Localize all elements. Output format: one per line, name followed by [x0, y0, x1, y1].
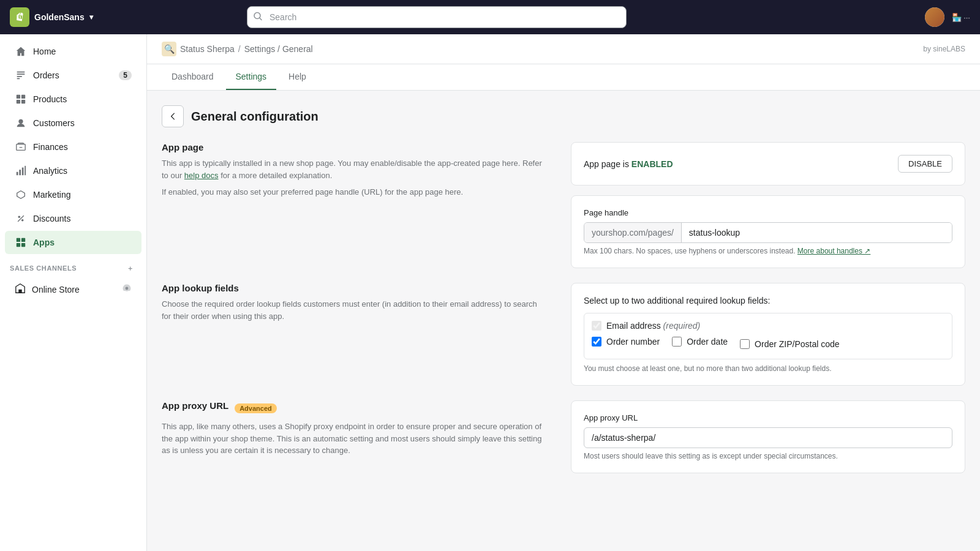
search-icon: [253, 12, 263, 23]
shopify-logo-icon: [10, 7, 29, 27]
order-date-checkbox[interactable]: [672, 337, 682, 347]
marketing-icon: [15, 189, 27, 201]
avatar: [925, 7, 944, 27]
sidebar-products-label: Products: [33, 94, 67, 104]
more-about-handles-link[interactable]: More about handles ↗: [797, 247, 870, 255]
app-proxy-title: App proxy URL: [162, 400, 228, 411]
top-bar-store-text: 🏪 ···: [952, 13, 970, 22]
order-date-label: Order date: [687, 337, 728, 347]
sidebar-item-orders[interactable]: Orders 5: [5, 64, 141, 87]
svg-rect-8: [19, 170, 21, 175]
sidebar-item-finances[interactable]: Finances: [5, 135, 141, 159]
back-button[interactable]: [162, 105, 184, 127]
online-store-icon: [15, 283, 26, 296]
app-page-description: App page This app is typically installed…: [162, 142, 556, 268]
app-proxy-title-row: App proxy URL Advanced: [162, 400, 546, 416]
additional-checkboxes-row: Order number Order date Order ZIP/Postal…: [592, 337, 944, 351]
sidebar-item-products[interactable]: Products: [5, 88, 141, 111]
page-title-row: General configuration: [162, 105, 965, 127]
sales-channels-section-label: SALES CHANNELS ＋: [0, 255, 146, 277]
svg-point-11: [18, 216, 21, 219]
app-page-status-row: App page is ENABLED DISABLE: [584, 155, 952, 173]
page-title: General configuration: [191, 110, 318, 124]
breadcrumb-path: Settings / General: [244, 44, 313, 54]
sidebar-item-apps[interactable]: Apps: [5, 231, 141, 254]
products-icon: [15, 93, 27, 105]
orders-icon: [15, 69, 27, 81]
app-page-section: App page This app is typically installed…: [162, 142, 965, 268]
checkbox-order-zip: Order ZIP/Postal code: [740, 339, 840, 349]
sidebar-item-analytics[interactable]: Analytics: [5, 159, 141, 182]
lookup-fields-box: Email address (required) Order number Or…: [584, 313, 952, 359]
breadcrumb-sep: /: [238, 44, 241, 54]
svg-rect-3: [17, 100, 20, 103]
page-handle-input[interactable]: [682, 223, 952, 242]
svg-rect-4: [21, 100, 25, 103]
orders-badge: 5: [119, 70, 132, 80]
order-zip-checkbox[interactable]: [740, 339, 750, 349]
sidebar-item-customers[interactable]: Customers: [5, 111, 141, 135]
tab-help[interactable]: Help: [279, 64, 316, 90]
sidebar-item-home[interactable]: Home: [5, 40, 141, 63]
svg-rect-14: [21, 238, 25, 242]
page-handle-label: Page handle: [584, 208, 952, 217]
app-page-status-card: App page is ENABLED DISABLE: [571, 142, 965, 186]
disable-button[interactable]: DISABLE: [898, 155, 952, 173]
app-proxy-description: App proxy URL Advanced This app, like ma…: [162, 400, 556, 473]
page-header: 🔍 Status Sherpa / Settings / General by …: [147, 34, 980, 64]
add-sales-channel-button[interactable]: ＋: [124, 262, 137, 274]
app-icon: 🔍: [162, 42, 176, 56]
breadcrumb: 🔍 Status Sherpa / Settings / General: [162, 42, 313, 56]
avatar-image: [925, 7, 944, 27]
sidebar-item-marketing[interactable]: Marketing: [5, 183, 141, 206]
home-icon: [15, 45, 27, 58]
search-bar: [247, 6, 627, 28]
svg-rect-7: [17, 172, 18, 175]
tab-dashboard[interactable]: Dashboard: [162, 64, 224, 90]
sidebar-orders-label: Orders: [33, 70, 59, 80]
order-number-checkbox[interactable]: [592, 337, 601, 347]
email-required-label: (required): [663, 321, 701, 331]
help-docs-link[interactable]: help docs: [184, 171, 219, 180]
email-checkbox: [592, 321, 601, 331]
tabs-bar: Dashboard Settings Help: [147, 64, 980, 91]
tab-settings[interactable]: Settings: [226, 64, 277, 90]
svg-rect-15: [17, 243, 20, 247]
advanced-badge: Advanced: [235, 403, 277, 413]
content-area: General configuration App page This app …: [147, 91, 980, 503]
svg-rect-1: [17, 95, 20, 99]
page-handle-card: Page handle yourshop.com/pages/ Max 100 …: [571, 195, 965, 268]
sidebar-marketing-label: Marketing: [33, 190, 70, 200]
store-chevron-icon: ▾: [89, 13, 93, 21]
analytics-icon: [15, 165, 27, 177]
sidebar-finances-label: Finances: [33, 142, 68, 152]
checkbox-order-number: Order number: [592, 337, 660, 347]
top-bar: GoldenSans ▾ 🏪 ···: [0, 0, 980, 34]
lookup-select-label: Select up to two additional required loo…: [584, 296, 952, 305]
page-handle-input-row: yourshop.com/pages/: [584, 222, 952, 243]
email-label: Email address (required): [606, 321, 700, 331]
app-proxy-card: App proxy URL Most users should leave th…: [571, 400, 965, 473]
svg-rect-16: [21, 243, 25, 247]
app-proxy-input[interactable]: [584, 427, 952, 448]
store-logo[interactable]: GoldenSans ▾: [10, 7, 93, 27]
svg-rect-9: [22, 168, 24, 176]
app-lookup-card: Select up to two additional required loo…: [571, 283, 965, 386]
svg-rect-13: [17, 238, 20, 242]
sidebar-analytics-label: Analytics: [33, 166, 67, 176]
app-proxy-label: App proxy URL: [584, 413, 952, 422]
store-name-label: GoldenSans: [34, 12, 85, 22]
sidebar-apps-label: Apps: [33, 238, 55, 247]
app-proxy-hint: Most users should leave this setting as …: [584, 452, 952, 460]
sidebar-customers-label: Customers: [33, 118, 75, 128]
main-content: 🔍 Status Sherpa / Settings / General by …: [147, 34, 980, 551]
online-store-label: Online Store: [32, 285, 116, 294]
svg-rect-10: [24, 166, 26, 175]
sidebar-item-online-store[interactable]: Online Store: [5, 277, 141, 301]
svg-point-5: [18, 119, 23, 124]
app-page-desc-text: This app is typically installed in a new…: [162, 157, 546, 181]
search-input[interactable]: [247, 6, 627, 28]
sidebar-item-discounts[interactable]: Discounts: [5, 207, 141, 230]
sidebar: Home Orders 5 Products: [0, 34, 147, 551]
customers-icon: [15, 117, 27, 129]
